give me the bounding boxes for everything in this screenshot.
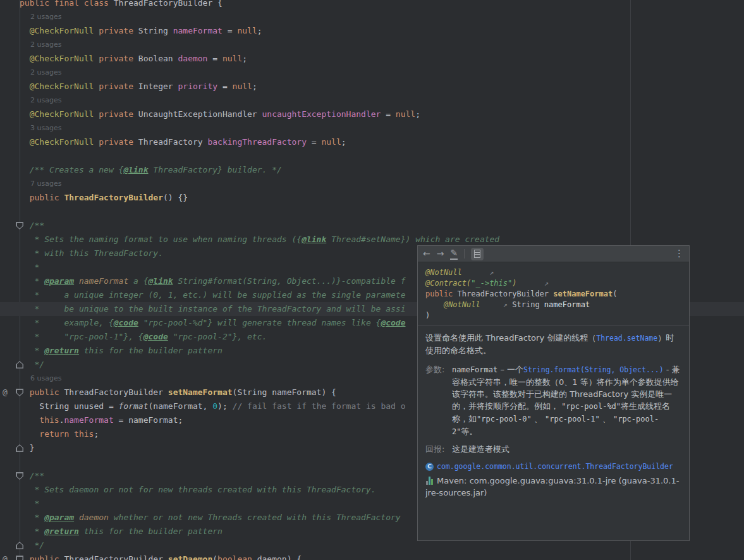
code-line[interactable]: 7 usages [0, 177, 744, 191]
fold-open-icon[interactable] [16, 472, 23, 480]
doc-body: 设置命名使用此 ThreadFactory 创建的线程（Thread.setNa… [418, 326, 689, 499]
text-token: * Sets daemon or not for new threads cre… [30, 485, 376, 494]
code-line[interactable] [0, 149, 744, 163]
code-line[interactable]: 2 usages [0, 94, 744, 107]
text-token [20, 527, 30, 536]
back-icon[interactable]: ← [423, 246, 430, 262]
text-token: public [30, 193, 64, 202]
text-token: @CheckForNull [30, 137, 94, 147]
text-token: public [30, 554, 59, 560]
code-line[interactable]: /** [0, 219, 744, 233]
text-token: * a unique integer (0, 1, etc.) will be … [30, 290, 406, 300]
fold-open-icon[interactable] [16, 556, 23, 560]
code-line[interactable]: @CheckForNull private UncaughtExceptionH… [0, 107, 744, 121]
class-icon: C [425, 463, 434, 471]
code-line[interactable]: @CheckForNull private Boolean daemon = n… [0, 52, 744, 66]
fold-close-icon[interactable] [16, 542, 23, 549]
text-token [517, 279, 544, 288]
text-token: null [396, 109, 415, 119]
doc-popup-toolbar: ← → ✎ ⋮ [418, 246, 689, 262]
text-token: nameFormat [173, 26, 223, 35]
text-token: = [223, 26, 237, 35]
text-token: whether or not new Threads created with … [109, 513, 406, 522]
text-token: @return [44, 527, 79, 536]
text-token: public [30, 387, 59, 397]
text-token [20, 318, 30, 327]
doc-link[interactable]: String.format(String, Object...) [523, 365, 664, 374]
code-line[interactable]: @CheckForNull private Integer priority =… [0, 80, 744, 94]
code-line[interactable]: public final class ThreadFactoryBuilder … [0, 0, 744, 10]
text-token: nameFormat [74, 276, 128, 286]
documentation-popup: ← → ✎ ⋮ @NotNull ↗@Contract("_->this") ↗… [417, 245, 690, 541]
text-token: ); [217, 401, 232, 411]
text-token: @NotNull [425, 268, 462, 277]
text-token: * [30, 346, 44, 355]
text-token: ↗ [489, 268, 494, 277]
text-token: @link [149, 276, 173, 286]
annotation-gutter-icon[interactable]: @ [3, 552, 13, 560]
text-token: * [30, 499, 40, 508]
doc-link[interactable]: Thread.setName [596, 334, 657, 343]
text-token: uncaughtExceptionHandler [262, 109, 381, 119]
text-token: ThreadFactoryBuilder [59, 554, 168, 560]
text-token: 0 [212, 401, 217, 411]
code-line[interactable]: @CheckForNull private ThreadFactory back… [0, 135, 744, 149]
text-token: String [133, 26, 173, 35]
text-token [462, 268, 489, 277]
text-token: = nameFormat; [114, 415, 183, 425]
code-line[interactable] [0, 205, 744, 219]
code-line[interactable]: 2 usages [0, 66, 744, 80]
code-line[interactable]: 2 usages [0, 38, 744, 52]
text-token: * [30, 527, 44, 536]
annotation-gutter-icon[interactable]: @ [3, 386, 13, 399]
text-token: @code [381, 318, 405, 327]
text-token: ; [242, 54, 247, 63]
text-token: boolean [217, 554, 252, 560]
text-token: ) [425, 311, 430, 320]
fold-close-icon[interactable] [16, 361, 23, 368]
class-link[interactable]: com.google.common.util.concurrent.Thread… [437, 461, 673, 473]
text-token: – 一个 [497, 365, 523, 374]
ide-editor-window: public final class ThreadFactoryBuilder … [0, 0, 744, 560]
text-token: (nameFormat, [149, 401, 213, 411]
more-options-icon[interactable]: ⋮ [674, 246, 684, 262]
text-token [20, 54, 30, 63]
text-token [20, 513, 30, 522]
fold-open-icon[interactable] [16, 389, 23, 396]
code-line[interactable]: @ public ThreadFactoryBuilder setDaemon(… [0, 552, 744, 560]
text-token: setDaemon [168, 554, 212, 560]
text-token [20, 193, 30, 202]
code-line[interactable]: public ThreadFactoryBuilder() {} [0, 191, 744, 205]
fold-close-icon[interactable] [16, 444, 23, 452]
code-line[interactable]: /** Creates a new {@link ThreadFactory} … [0, 163, 744, 177]
returns-row: 回报: 这是建造者模式 [425, 443, 680, 456]
text-token: Thread#setName}) which are created [326, 234, 499, 244]
fold-open-icon[interactable] [16, 222, 23, 229]
text-token: 设置命名使用此 ThreadFactory 创建的线程（ [425, 333, 596, 343]
code-line[interactable]: @CheckForNull private String nameFormat … [0, 24, 744, 38]
edit-source-icon[interactable]: ✎ [450, 248, 458, 260]
text-token [20, 346, 30, 355]
text-token [20, 429, 39, 439]
text-token: * "rpc-pool-1"}, { [30, 332, 143, 341]
text-token: String#format(String, Object...)}-compat… [173, 276, 406, 286]
text-token: ; [252, 82, 257, 91]
text-token [20, 332, 30, 341]
text-token: private [99, 137, 133, 147]
text-token: * [30, 513, 44, 522]
text-token: * example, { [30, 318, 114, 327]
code-line[interactable]: 2 usages [0, 10, 744, 24]
text-token: ; [94, 429, 99, 439]
text-token: @CheckForNull [30, 109, 94, 119]
code-line[interactable]: 3 usages [0, 121, 744, 135]
forward-icon[interactable]: → [437, 246, 444, 262]
params-label: 参数: [425, 363, 452, 438]
text-token: @link [302, 234, 326, 244]
text-token [20, 26, 30, 35]
text-token [20, 234, 30, 244]
text-token [20, 304, 30, 313]
text-token: nameFormat [64, 415, 113, 425]
text-token: ) [512, 279, 516, 288]
open-as-tool-window-button[interactable] [471, 248, 484, 260]
code-line[interactable]: * Sets the naming format to use when nam… [0, 233, 744, 247]
